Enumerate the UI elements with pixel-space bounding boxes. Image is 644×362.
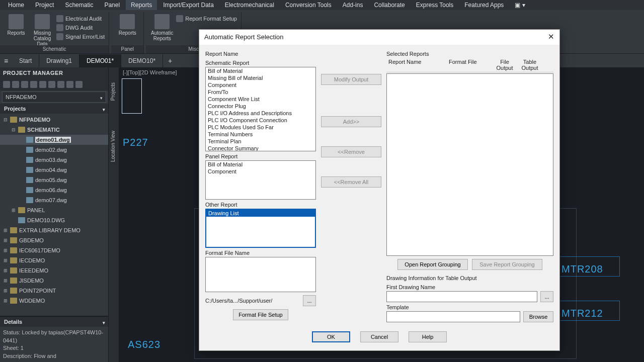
add-button[interactable]: Add>>	[321, 116, 381, 127]
list-item[interactable]: Component	[206, 81, 315, 88]
modify-output-button[interactable]: Modify Output	[321, 74, 381, 85]
tool-icon[interactable]	[75, 81, 83, 88]
ribbon-signal-error-list[interactable]: Signal Error/List	[56, 32, 105, 41]
list-item[interactable]: Component Wire List	[206, 96, 315, 103]
menu-electromechanical[interactable]: Electromechanical	[220, 0, 279, 10]
tree-node[interactable]: demo01.dwg	[0, 135, 108, 145]
format-file-list[interactable]	[205, 257, 316, 292]
doc-tab[interactable]: Start	[12, 54, 39, 67]
format-file-setup-button[interactable]: Format File Setup	[233, 309, 288, 320]
viewport-label: [-][Top][2D Wireframe]	[123, 69, 177, 75]
tree-node[interactable]: ⊞WDDEMO	[0, 296, 108, 306]
path-browse-button[interactable]: ...	[303, 295, 316, 306]
menu-more-icon[interactable]: ▣ ▾	[510, 0, 530, 10]
ribbon-reports[interactable]: Reports	[115, 12, 139, 36]
help-button[interactable]: Help	[409, 331, 447, 342]
tree-node[interactable]: demo04.dwg	[0, 165, 108, 175]
tool-icon[interactable]	[12, 81, 19, 88]
ribbon-report-format-setup[interactable]: Report Format Setup	[176, 14, 237, 23]
tree-node[interactable]: ⊞IECDEMO	[0, 255, 108, 265]
ribbon-automatic-reports[interactable]: Automatic Reports	[150, 12, 174, 41]
side-tab-projects[interactable]: Projects	[109, 67, 117, 116]
menu-panel[interactable]: Panel	[99, 0, 125, 10]
menu-featured-apps[interactable]: Featured Apps	[459, 0, 509, 10]
list-item[interactable]: From/To	[206, 88, 315, 96]
tree-node[interactable]: ⊞IEC60617DEMO	[0, 245, 108, 255]
menu-collaborate[interactable]: Collaborate	[369, 0, 410, 10]
first-drawing-label: First Drawing Name	[386, 284, 553, 290]
tree-node[interactable]: DEMO10.DWG	[0, 215, 108, 225]
list-item[interactable]: Drawing List	[206, 210, 315, 217]
tree-node[interactable]: ⊞GBDEMO	[0, 235, 108, 245]
tree-node[interactable]: ⊞POINT2POINT	[0, 286, 108, 296]
projects-section[interactable]: Projects	[0, 104, 108, 114]
first-drawing-browse-button[interactable]: ...	[540, 291, 553, 302]
doc-tab[interactable]: DEMO01*	[79, 54, 121, 67]
tree-node[interactable]: demo07.dwg	[0, 195, 108, 205]
menu-add-ins[interactable]: Add-ins	[338, 0, 368, 10]
list-item[interactable]: Missing Bill of Material	[206, 74, 315, 81]
list-item[interactable]: Connector Plug	[206, 103, 315, 110]
component-label: P227	[123, 137, 148, 148]
tree-node[interactable]: demo06.dwg	[0, 185, 108, 195]
list-item[interactable]: Terminal Plan	[206, 138, 315, 145]
remove-button[interactable]: <<Remove	[321, 146, 381, 157]
tool-icon[interactable]	[21, 81, 28, 88]
tool-icon[interactable]	[57, 81, 64, 88]
ribbon-missing-catalog-data[interactable]: Missing Catalog Data	[30, 12, 54, 47]
list-item[interactable]: PLC I/O Component Connection	[206, 117, 315, 124]
tree-node[interactable]: ⊞IEEEDEMO	[0, 265, 108, 276]
browse-button[interactable]: Browse	[523, 311, 553, 322]
menu-reports[interactable]: Reports	[126, 0, 157, 10]
hamburger-icon[interactable]: ≡	[0, 57, 12, 65]
tool-icon[interactable]	[66, 81, 73, 88]
save-report-grouping-button[interactable]: Save Report Grouping	[472, 259, 542, 270]
selected-reports-list[interactable]	[386, 73, 553, 256]
format-path: C:/Users/ta.../Support/user/	[205, 298, 300, 304]
tool-icon[interactable]	[48, 81, 55, 88]
tree-node[interactable]: ⊞PANEL	[0, 205, 108, 215]
details-section[interactable]: Details	[0, 317, 108, 327]
tree-node[interactable]: ⊟NFPADEMO	[0, 115, 108, 125]
list-item[interactable]: PLC Modules Used So Far	[206, 124, 315, 131]
side-tab-location[interactable]: Location View	[109, 116, 117, 177]
list-item[interactable]: Bill of Material	[206, 67, 315, 74]
list-item[interactable]: Terminal Numbers	[206, 131, 315, 138]
new-tab-icon[interactable]: +	[163, 57, 177, 65]
tree-node[interactable]: demo02.dwg	[0, 145, 108, 155]
ribbon-electrical-audit[interactable]: Electrical Audit	[56, 14, 105, 23]
menu-import-export-data[interactable]: Import/Export Data	[158, 0, 219, 10]
remove-all-button[interactable]: <<Remove All	[321, 176, 381, 188]
ribbon-dwg-audit[interactable]: DWG Audit	[56, 23, 105, 32]
tree-node[interactable]: ⊞EXTRA LIBRARY DEMO	[0, 225, 108, 235]
list-item[interactable]: PLC I/O Address and Descriptions	[206, 110, 315, 117]
tree-node[interactable]: ⊞JISDEMO	[0, 276, 108, 286]
list-item[interactable]: Bill of Material	[206, 161, 315, 168]
schematic-report-list[interactable]: Bill of MaterialMissing Bill of Material…	[205, 67, 316, 151]
tool-icon[interactable]	[30, 81, 37, 88]
tree-node[interactable]: demo05.dwg	[0, 175, 108, 185]
ok-button[interactable]: OK	[312, 331, 350, 342]
doc-tab[interactable]: DEMO10*	[121, 54, 163, 67]
doc-tab[interactable]: Drawing1	[39, 54, 79, 67]
list-item[interactable]: Connector Summary	[206, 145, 315, 151]
panel-report-list[interactable]: Bill of MaterialComponent	[205, 160, 316, 200]
project-combo[interactable]: NFPADEMO	[2, 92, 106, 103]
tree-node[interactable]: ⊟SCHEMATIC	[0, 125, 108, 135]
menu-conversion-tools[interactable]: Conversion Tools	[280, 0, 337, 10]
menu-schematic[interactable]: Schematic	[60, 0, 98, 10]
tool-icon[interactable]	[39, 81, 46, 88]
list-item[interactable]: Component	[206, 168, 315, 175]
cancel-button[interactable]: Cancel	[360, 331, 398, 342]
other-report-list[interactable]: Drawing List	[205, 209, 316, 248]
tool-icon[interactable]	[3, 81, 10, 88]
ribbon-reports[interactable]: Reports	[4, 12, 28, 47]
menu-express-tools[interactable]: Express Tools	[411, 0, 458, 10]
close-icon[interactable]: ✕	[546, 33, 555, 42]
template-input[interactable]	[386, 311, 520, 322]
menu-project[interactable]: Project	[30, 0, 59, 10]
open-report-grouping-button[interactable]: Open Report Grouping	[397, 259, 468, 270]
menu-home[interactable]: Home	[3, 0, 29, 10]
tree-node[interactable]: demo03.dwg	[0, 155, 108, 165]
first-drawing-input[interactable]	[386, 291, 537, 302]
